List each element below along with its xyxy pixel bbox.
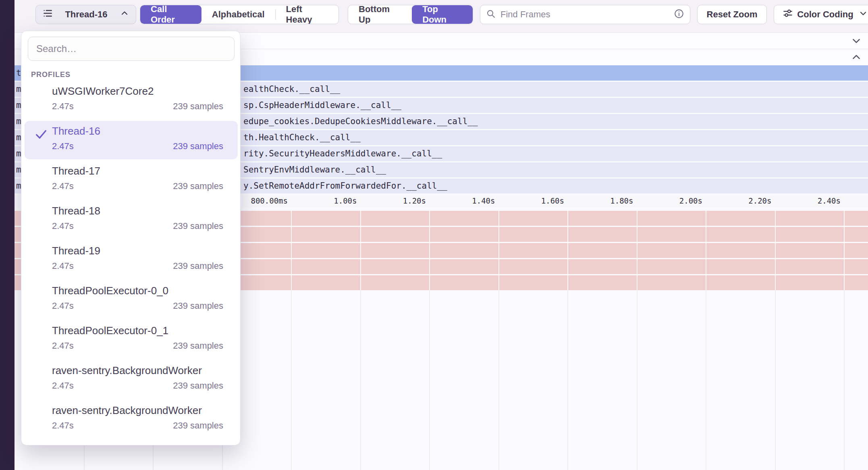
profiles-section-label: PROFILES bbox=[31, 71, 71, 79]
profile-name: uWSGIWorker7Core2 bbox=[52, 85, 154, 98]
view-segmented-control: Bottom UpTop Down bbox=[348, 5, 473, 24]
axis-tick-label: 1.80s bbox=[610, 195, 633, 207]
dropdown-search bbox=[28, 37, 235, 61]
gridline bbox=[775, 290, 776, 470]
view-segment-bottom-up[interactable]: Bottom Up bbox=[348, 5, 412, 24]
gridline bbox=[706, 211, 706, 290]
info-icon[interactable] bbox=[674, 8, 684, 21]
profile-samples: 239 samples bbox=[173, 221, 223, 231]
chevron-up-icon bbox=[120, 8, 129, 21]
profile-option[interactable]: uWSGIWorker7Core22.47s239 samples bbox=[25, 81, 238, 119]
dropdown-search-input[interactable] bbox=[35, 43, 227, 55]
profile-duration: 2.47s bbox=[52, 420, 74, 431]
frame-label: th.HealthCheck.__call__ bbox=[243, 130, 361, 145]
profile-samples: 239 samples bbox=[173, 420, 223, 431]
sort-segment-alphabetical[interactable]: Alphabetical bbox=[201, 5, 275, 24]
profile-name: Thread-17 bbox=[52, 165, 100, 177]
thread-selector-button[interactable]: Thread-16 bbox=[35, 5, 136, 24]
gridline bbox=[706, 290, 706, 470]
profile-samples: 239 samples bbox=[173, 181, 223, 191]
profile-samples: 239 samples bbox=[173, 381, 223, 391]
sort-segmented-control: Call OrderAlphabeticalLeft Heavy bbox=[140, 5, 339, 24]
axis-tick-label: 2.00s bbox=[679, 195, 702, 207]
gridline bbox=[844, 211, 845, 290]
axis-tick-label: 2.20s bbox=[748, 195, 771, 207]
sliders-icon bbox=[783, 8, 793, 21]
profile-duration: 2.47s bbox=[52, 181, 74, 191]
chevron-down-icon bbox=[858, 8, 868, 21]
frame-left-fragment: m bbox=[16, 179, 21, 193]
gridline bbox=[429, 290, 430, 470]
profile-name: raven-sentry.BackgroundWorker bbox=[52, 364, 202, 377]
frame-left-fragment: m bbox=[16, 98, 21, 113]
profile-name: raven-sentry.BackgroundWorker bbox=[52, 404, 202, 417]
axis-tick-label: 1.60s bbox=[541, 195, 564, 207]
find-frames-input[interactable] bbox=[500, 9, 674, 20]
thread-selector-label: Thread-16 bbox=[65, 9, 107, 20]
gridline bbox=[360, 211, 361, 290]
gridline bbox=[360, 290, 361, 470]
profile-name: Thread-16 bbox=[52, 125, 100, 137]
sort-segment-call-order[interactable]: Call Order bbox=[140, 5, 201, 24]
profile-duration: 2.47s bbox=[52, 261, 74, 271]
profile-duration: 2.47s bbox=[52, 381, 74, 391]
gridline bbox=[637, 290, 638, 470]
axis-tick-label: 1.20s bbox=[403, 195, 426, 207]
frame-label: ealthCheck.__call__ bbox=[243, 82, 340, 97]
profile-option[interactable]: Thread-182.47s239 samples bbox=[25, 201, 238, 239]
gridline bbox=[844, 290, 845, 470]
frame-label: rity.SecurityHeadersMiddleware.__call__ bbox=[243, 146, 442, 161]
profile-samples: 239 samples bbox=[173, 141, 223, 152]
frame-label: SentryEnvMiddleware.__call__ bbox=[243, 162, 386, 177]
gridline bbox=[429, 211, 430, 290]
gridline bbox=[291, 211, 292, 290]
frame-left-fragment: m bbox=[16, 114, 21, 129]
reset-zoom-label: Reset Zoom bbox=[707, 9, 758, 20]
profile-duration: 2.47s bbox=[52, 101, 74, 112]
profile-option[interactable]: raven-sentry.BackgroundWorker2.47s239 sa… bbox=[25, 400, 238, 439]
axis-tick-label: 800.00ms bbox=[251, 195, 288, 207]
frame-label: edupe_cookies.DedupeCookiesMiddleware.__… bbox=[243, 114, 478, 129]
gridline bbox=[498, 211, 499, 290]
checkmark-icon bbox=[34, 127, 48, 141]
gridline bbox=[567, 290, 568, 470]
profile-option[interactable]: ThreadPoolExecutor-0_12.47s239 samples bbox=[25, 320, 238, 359]
color-coding-button[interactable]: Color Coding bbox=[774, 5, 868, 24]
profile-samples: 239 samples bbox=[173, 301, 223, 311]
profile-option[interactable]: Thread-162.47s239 samples bbox=[25, 121, 238, 159]
profiler-app: Thread-16 Call OrderAlphabeticalLeft Hea… bbox=[0, 0, 868, 470]
profile-samples: 239 samples bbox=[173, 261, 223, 271]
profile-samples: 239 samples bbox=[173, 341, 223, 351]
frame-left-fragment: m bbox=[16, 146, 21, 161]
gridline bbox=[775, 211, 776, 290]
reset-zoom-button[interactable]: Reset Zoom bbox=[697, 5, 767, 24]
toolbar: Thread-16 Call OrderAlphabeticalLeft Hea… bbox=[15, 0, 868, 33]
axis-tick-label: 1.40s bbox=[472, 195, 495, 207]
profile-option[interactable]: Thread-172.47s239 samples bbox=[25, 161, 238, 199]
thread-dropdown-panel: PROFILES uWSGIWorker7Core22.47s239 sampl… bbox=[21, 31, 241, 445]
left-sidebar-stripe bbox=[0, 0, 15, 470]
profile-duration: 2.47s bbox=[52, 341, 74, 351]
profile-samples: 239 samples bbox=[173, 101, 223, 112]
frame-label: sp.CspHeaderMiddleware.__call__ bbox=[243, 98, 401, 113]
axis-tick-label: 2.40s bbox=[818, 195, 841, 207]
search-icon bbox=[486, 9, 496, 20]
gridline bbox=[637, 211, 638, 290]
frame-left-fragment: m bbox=[16, 162, 21, 177]
sort-segment-left-heavy[interactable]: Left Heavy bbox=[276, 5, 338, 24]
color-coding-label: Color Coding bbox=[797, 9, 853, 20]
profile-name: ThreadPoolExecutor-0_0 bbox=[52, 285, 168, 297]
section-collapse-chevron-up-icon[interactable] bbox=[850, 51, 862, 63]
profile-name: Thread-19 bbox=[52, 245, 100, 257]
view-segment-top-down[interactable]: Top Down bbox=[412, 5, 473, 24]
profile-name: ThreadPoolExecutor-0_1 bbox=[52, 324, 168, 337]
profile-name: Thread-18 bbox=[52, 205, 100, 217]
profile-duration: 2.47s bbox=[52, 221, 74, 231]
profile-option[interactable]: Thread-192.47s239 samples bbox=[25, 241, 238, 279]
frame-label: y.SetRemoteAddrFromForwardedFor.__call__ bbox=[243, 179, 447, 193]
section-collapse-chevron-down-icon[interactable] bbox=[850, 35, 862, 47]
find-frames-search bbox=[480, 5, 690, 24]
profile-option[interactable]: raven-sentry.BackgroundWorker2.47s239 sa… bbox=[25, 360, 238, 399]
axis-tick-label: 1.00s bbox=[334, 195, 357, 207]
profile-option[interactable]: ThreadPoolExecutor-0_02.47s239 samples bbox=[25, 281, 238, 319]
